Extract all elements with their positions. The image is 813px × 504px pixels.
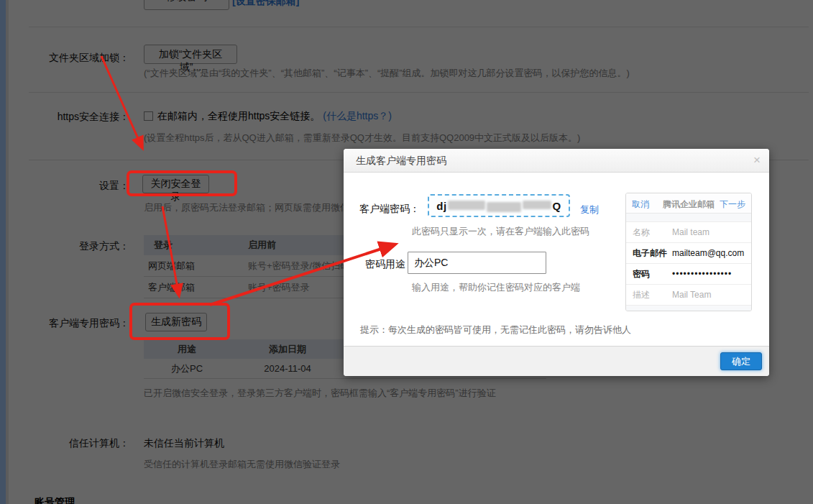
generate-client-password-dialog: 生成客户端专用密码 × 客户端密码： djQ 复制 此密码只显示一次，请在客户端… bbox=[344, 149, 769, 376]
client-field-value: mailteam@qq.com bbox=[672, 248, 744, 258]
client-setup-spacer bbox=[626, 214, 751, 222]
password-visible-prefix: dj bbox=[436, 200, 446, 212]
close-icon[interactable]: × bbox=[753, 153, 761, 168]
client-field-label: 密码 bbox=[633, 268, 672, 280]
client-field-value: •••••••••••••••• bbox=[672, 269, 732, 279]
confirm-button[interactable]: 确定 bbox=[720, 352, 762, 370]
client-field-label: 描述 bbox=[633, 289, 672, 301]
mail-client-setup-screenshot: 取消 腾讯企业邮箱 下一步 名称 Mail team 电子邮件 mailteam… bbox=[625, 193, 752, 311]
client-field-email: 电子邮件 mailteam@qq.com bbox=[626, 243, 751, 264]
copy-password-link[interactable]: 复制 bbox=[580, 203, 599, 216]
dialog-footer: 确定 bbox=[344, 346, 769, 376]
client-field-password: 密码 •••••••••••••••• bbox=[626, 264, 751, 285]
dialog-title: 生成客户端专用密码 bbox=[356, 155, 446, 168]
client-field-label: 电子邮件 bbox=[633, 247, 672, 260]
client-field-value: Mail Team bbox=[672, 290, 711, 300]
client-password-field-label: 客户端密码： bbox=[359, 203, 420, 216]
password-once-hint: 此密码只显示一次，请在客户端输入此密码 bbox=[412, 225, 589, 238]
client-setup-footer-spacer bbox=[626, 306, 751, 311]
password-redacted-block bbox=[487, 202, 521, 212]
client-setup-header: 取消 腾讯企业邮箱 下一步 bbox=[626, 193, 751, 214]
client-field-name: 名称 Mail team bbox=[626, 222, 751, 243]
password-usage-input[interactable] bbox=[408, 252, 546, 274]
dialog-tip: 提示：每次生成的密码皆可使用，无需记住此密码，请勿告诉他人 bbox=[360, 324, 631, 336]
password-redacted-block bbox=[448, 201, 485, 210]
client-field-label: 名称 bbox=[633, 226, 672, 239]
client-field-description: 描述 Mail Team bbox=[626, 285, 751, 306]
client-field-value: Mail team bbox=[672, 227, 709, 237]
dialog-header: 生成客户端专用密码 × bbox=[344, 149, 769, 173]
client-next-label: 下一步 bbox=[720, 198, 745, 211]
password-visible-suffix: Q bbox=[553, 200, 561, 212]
password-usage-hint: 输入用途，帮助你记住密码对应的客户端 bbox=[412, 281, 580, 294]
generated-password-box: djQ bbox=[428, 194, 570, 217]
password-redacted-block bbox=[523, 201, 551, 209]
